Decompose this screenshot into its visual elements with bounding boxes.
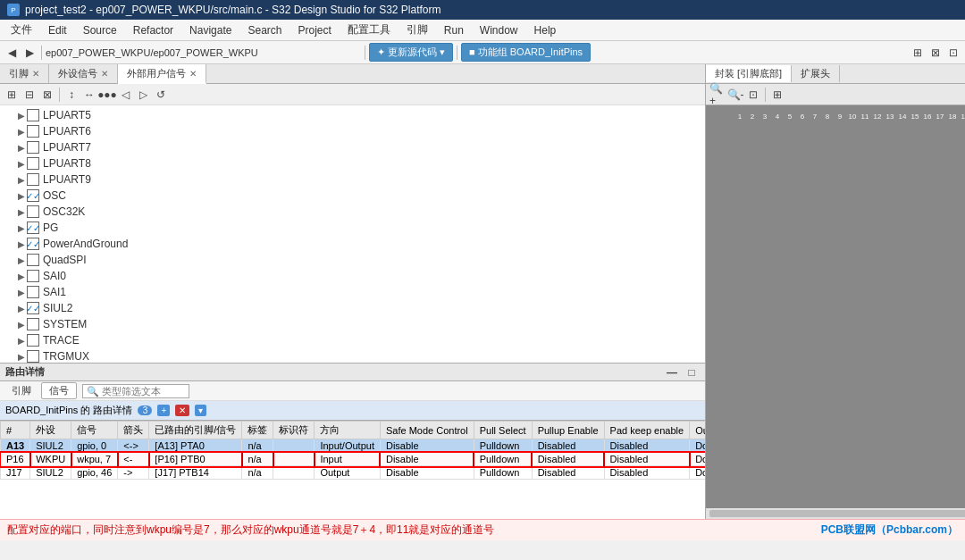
tree-item-osc[interactable]: ▶ ✓ OSC bbox=[0, 188, 705, 204]
tree-item-lpuart8[interactable]: ▶ LPUART8 bbox=[0, 155, 705, 171]
table-cell: n/a bbox=[242, 466, 273, 480]
checkbox-sai1[interactable] bbox=[27, 286, 39, 298]
tab-pins[interactable]: 引脚 ✕ bbox=[0, 64, 49, 83]
table-cell: Disabled bbox=[604, 453, 690, 466]
filter-input[interactable] bbox=[82, 384, 189, 398]
tree-item-sai1[interactable]: ▶ SAI1 bbox=[0, 284, 705, 300]
bottom-tab-signals[interactable]: 信号 bbox=[41, 382, 77, 399]
table-row[interactable]: A13SIUL2gpio, 0<->[A13] PTA0n/aInput/Out… bbox=[1, 439, 706, 453]
table-cell: P16 bbox=[1, 453, 30, 466]
tab-peripheral-signals[interactable]: 外设信号 ✕ bbox=[49, 64, 118, 83]
table-row[interactable]: P16WKPUwkpu, 7<-[P16] PTB0n/aInputDisabl… bbox=[1, 453, 706, 466]
dropdown-routing-btn[interactable]: ▾ bbox=[195, 405, 206, 416]
checkbox-lpuart5[interactable] bbox=[27, 109, 39, 121]
menu-edit[interactable]: Edit bbox=[41, 22, 74, 38]
zoom-in-btn[interactable]: 🔍+ bbox=[709, 87, 726, 103]
tree-item-trgmux[interactable]: ▶ TRGMUX bbox=[0, 348, 705, 363]
arrow-lpuart5: ▶ bbox=[18, 111, 27, 121]
checkbox-trace[interactable] bbox=[27, 334, 39, 347]
function-group-button[interactable]: ■ 功能组 BOARD_InitPins bbox=[461, 43, 591, 62]
filter-btn[interactable]: ⊠ bbox=[39, 87, 55, 103]
menu-source[interactable]: Source bbox=[76, 22, 124, 38]
dots-btn[interactable]: ●●● bbox=[99, 87, 115, 103]
toolbar-icon-3[interactable]: ⊡ bbox=[945, 45, 961, 61]
table-cell: Don't invert bbox=[690, 466, 705, 480]
tree-item-lpuart7[interactable]: ▶ LPUART7 bbox=[0, 139, 705, 155]
tree-item-quadspi[interactable]: ▶ QuadSPI bbox=[0, 252, 705, 268]
checkbox-sai0[interactable] bbox=[27, 270, 39, 282]
zoom-out-btn[interactable]: 🔍- bbox=[727, 87, 743, 103]
tree-item-osc32k[interactable]: ▶ OSC32K bbox=[0, 204, 705, 220]
table-row[interactable]: J17SIUL2gpio, 46->[J17] PTB14n/aOutputDi… bbox=[1, 466, 706, 480]
th-signal: 信号 bbox=[71, 422, 118, 439]
remove-routing-btn[interactable]: ✕ bbox=[175, 405, 189, 416]
expand-all-btn[interactable]: ⊞ bbox=[4, 87, 20, 103]
checkbox-osc[interactable]: ✓ bbox=[27, 189, 39, 202]
tree-item-trace[interactable]: ▶ TRACE bbox=[0, 332, 705, 348]
minimize-btn[interactable]: — bbox=[664, 364, 680, 380]
menu-pins[interactable]: 引脚 bbox=[399, 21, 435, 39]
left-btn[interactable]: ◁ bbox=[117, 87, 133, 103]
tree-item-powerground[interactable]: ▶ ✓ PowerAndGround bbox=[0, 236, 705, 252]
tree-panel[interactable]: ▶ LPUART5 ▶ LPUART6 ▶ LPUART7 ▶ LPUART8 bbox=[0, 105, 705, 363]
menu-refactor[interactable]: Refactor bbox=[126, 22, 180, 38]
tree-item-pg[interactable]: ▶ ✓ PG bbox=[0, 220, 705, 236]
table-cell: Disable bbox=[380, 466, 474, 480]
maximize-btn[interactable]: □ bbox=[684, 364, 700, 380]
checkbox-powerground[interactable]: ✓ bbox=[27, 238, 39, 250]
checkbox-lpuart9[interactable] bbox=[27, 173, 39, 186]
checkbox-system[interactable] bbox=[27, 318, 39, 330]
menu-run[interactable]: Run bbox=[437, 22, 471, 38]
sub-toolbar: ⊞ ⊟ ⊠ ↕ ↔ ●●● ◁ ▷ ↺ bbox=[0, 84, 705, 105]
toolbar-icon-2[interactable]: ⊠ bbox=[927, 45, 944, 61]
menu-navigate[interactable]: Navigate bbox=[182, 22, 239, 38]
table-header-row: # 外设 信号 箭头 已路由的引脚/信号 标签 标识符 方向 Safe Mode… bbox=[1, 422, 706, 439]
checkbox-lpuart7[interactable] bbox=[27, 141, 39, 154]
sort-btn[interactable]: ↕ bbox=[63, 87, 80, 103]
refresh-btn[interactable]: ↺ bbox=[153, 87, 169, 103]
checkbox-pg[interactable]: ✓ bbox=[27, 221, 39, 234]
tab-peripheral-close[interactable]: ✕ bbox=[101, 69, 108, 79]
back-btn[interactable]: ◀ bbox=[4, 45, 20, 61]
tab-user-close[interactable]: ✕ bbox=[189, 69, 197, 79]
tree-item-lpuart5[interactable]: ▶ LPUART5 bbox=[0, 107, 705, 123]
tree-item-lpuart6[interactable]: ▶ LPUART6 bbox=[0, 123, 705, 139]
forward-btn[interactable]: ▶ bbox=[21, 45, 38, 61]
window-title: project_test2 - ep007_POWER_WKPU/src/mai… bbox=[25, 4, 441, 16]
checkbox-lpuart6[interactable] bbox=[27, 125, 39, 138]
tree-item-siul2[interactable]: ▶ ✓ SIUL2 bbox=[0, 300, 705, 316]
chip-scrollbar[interactable] bbox=[706, 508, 965, 519]
checkbox-siul2[interactable]: ✓ bbox=[27, 302, 39, 314]
tab-user-signals[interactable]: 外部用户信号 ✕ bbox=[118, 64, 206, 84]
zoom-fit-btn[interactable]: ⊡ bbox=[745, 87, 761, 103]
menu-help[interactable]: Help bbox=[527, 22, 564, 38]
table-cell: [J17] PTB14 bbox=[149, 466, 242, 480]
bottom-tab-pins[interactable]: 引脚 bbox=[4, 382, 39, 399]
right-tab-package[interactable]: 封装 [引脚底部] bbox=[706, 65, 792, 82]
menu-search[interactable]: Search bbox=[240, 22, 289, 38]
tree-item-sai0[interactable]: ▶ SAI0 bbox=[0, 268, 705, 284]
tab-pins-close[interactable]: ✕ bbox=[32, 69, 39, 79]
menu-window[interactable]: Window bbox=[473, 22, 525, 38]
right-toolbar: 🔍+ 🔍- ⊡ ⊞ bbox=[706, 84, 965, 105]
menu-config[interactable]: 配置工具 bbox=[340, 21, 398, 39]
checkbox-trgmux[interactable] bbox=[27, 350, 39, 363]
update-source-button[interactable]: ✦ 更新源代码 ▾ bbox=[369, 43, 453, 62]
right-tab-expand[interactable]: 扩展头 bbox=[792, 65, 840, 82]
tree-item-system[interactable]: ▶ SYSTEM bbox=[0, 316, 705, 332]
menu-file[interactable]: 文件 bbox=[4, 21, 39, 39]
add-routing-btn[interactable]: + bbox=[157, 405, 170, 416]
checkbox-osc32k[interactable] bbox=[27, 205, 39, 218]
toolbar-icon-1[interactable]: ⊞ bbox=[910, 45, 926, 61]
table-cell bbox=[273, 466, 315, 480]
columns-btn[interactable]: ↔ bbox=[81, 87, 97, 103]
routing-table: # 外设 信号 箭头 已路由的引脚/信号 标签 标识符 方向 Safe Mode… bbox=[0, 421, 705, 480]
view-btn[interactable]: ⊞ bbox=[769, 87, 785, 103]
collapse-all-btn[interactable]: ⊟ bbox=[21, 87, 38, 103]
tree-item-lpuart9[interactable]: ▶ LPUART9 bbox=[0, 171, 705, 188]
right-btn[interactable]: ▷ bbox=[135, 87, 151, 103]
checkbox-lpuart8[interactable] bbox=[27, 157, 39, 170]
menu-project[interactable]: Project bbox=[290, 22, 338, 38]
checkbox-quadspi[interactable] bbox=[27, 254, 39, 266]
chip-visualization: 1234567891011121314151617181920212223ABC… bbox=[706, 105, 965, 508]
